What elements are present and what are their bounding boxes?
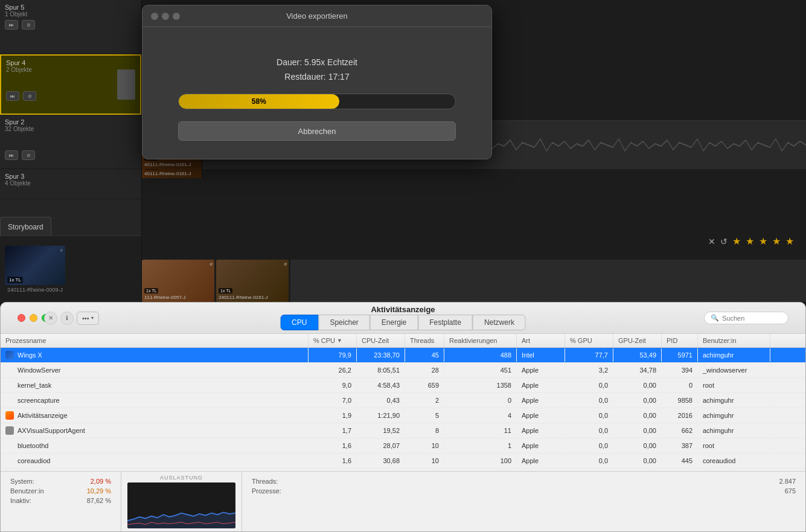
cell-threads: 28 [405,364,444,377]
search-input[interactable] [722,315,782,322]
tab-netzwerk[interactable]: Netzwerk [473,315,526,330]
am-stats-left: System: 2,09 % Benutzer:in 10,29 % Inakt… [1,472,121,531]
track-spur3[interactable]: Spur 3 4 Objekte [0,169,141,199]
am-more-group: ••• ▾ [77,312,99,325]
cross-icon[interactable]: ✕ [708,237,715,246]
star-5[interactable]: ★ [785,236,794,247]
track-spur3-objects: 4 Objekte [5,180,136,187]
stat-processes-label: Prozesse: [252,487,281,495]
stat-idle-value: 87,62 % [87,497,111,504]
track-spur5-mute[interactable]: ⊘ [22,20,35,30]
cell-art: Apple [517,379,565,392]
table-row[interactable]: WindowServer 26,2 8:05,51 28 451 Apple 3… [1,363,805,378]
table-row[interactable]: AXVisualSupportAgent 1,7 19,52 8 11 Appl… [1,423,805,438]
track-spur5-skip[interactable]: ⏭ [5,20,18,30]
table-row[interactable]: bluetoothd 1,6 28,07 10 1 Apple 0,0 0,00… [1,438,805,453]
cell-cputime: 28,07 [357,439,405,452]
stat-processes: Prozesse: 675 [252,487,796,495]
am-search-box[interactable]: 🔍 [704,312,788,324]
cell-cputime: 19,52 [357,424,405,437]
col-header-cpu[interactable]: % CPU ▼ [309,334,357,347]
cell-user: achimguhr [698,409,770,422]
cell-reakt: 1358 [444,379,517,392]
table-row[interactable]: coreaudiod 1,6 30,68 10 100 Apple 0,0 0,… [1,453,805,469]
cell-name: coreaudiod [1,453,309,468]
table-row[interactable]: Wings X 79,9 23:38,70 45 488 Intel 77,7 … [1,348,805,363]
cancel-button[interactable]: Abbrechen [178,121,456,141]
track-spur4[interactable]: Spur 4 2 Objekte ⏭ ⊘ [0,54,141,115]
no-icon [5,457,14,465]
track-spur5[interactable]: Spur 5 1 Objekt ⏭ ⊘ [0,0,141,54]
cell-pid: 2016 [662,409,698,422]
col-header-gputime[interactable]: GPU-Zeit [613,334,662,347]
am-chart-area: AUSLASTUNG [121,472,242,531]
cell-cpu: 79,9 [309,348,357,362]
rotate-icon[interactable]: ↺ [720,237,728,246]
ax-icon [5,426,14,435]
track-spur2-mute[interactable]: ⊘ [22,150,35,160]
star-3[interactable]: ★ [759,236,767,247]
no-icon [5,396,14,405]
am-more-button[interactable]: ••• ▾ [77,312,99,325]
am-tl-close[interactable] [18,314,25,322]
am-nav-buttons: ✕ ℹ ••• ▾ [44,312,99,325]
cell-name: kernel_task [1,378,309,393]
cell-cputime: 8:05,51 [357,364,405,377]
dialog-tl-yellow[interactable] [162,13,169,20]
track-spur4-skip[interactable]: ⏭ [6,91,19,101]
cell-gpu: 0,0 [565,379,613,392]
preview-filename: 240111-Rheine-0009-J [5,287,65,293]
col-header-user[interactable]: Benutzer:in [698,334,770,347]
cell-cpu: 1,9 [309,409,357,422]
cell-gpu: 3,2 [565,364,613,377]
col-header-gpu[interactable]: % GPU [565,334,613,347]
tab-festplatte[interactable]: Festplatte [418,315,473,330]
process-name: kernel_task [18,382,51,389]
storyboard-tab[interactable]: Storyboard [0,217,51,236]
cell-gputime: 0,00 [613,379,662,392]
star-4[interactable]: ★ [772,236,781,247]
track-spur2[interactable]: Spur 2 32 Objekte ⏭ ⊘ [0,115,141,169]
dialog-tl-green[interactable] [173,13,180,20]
cell-reakt: 4 [444,409,517,422]
export-duration: Dauer: 5.95x Echtzeit [277,57,357,67]
cell-cputime: 4:58,43 [357,379,405,392]
tab-cpu[interactable]: CPU [280,315,318,330]
cell-cpu: 1,6 [309,439,357,452]
tracks-panel: Spur 5 1 Objekt ⏭ ⊘ Spur 4 2 Objekte ⏭ ⊘… [0,0,142,302]
cell-threads: 5 [405,409,444,422]
col-header-reakt[interactable]: Reaktivierungen [444,334,517,347]
cell-user: root [698,439,770,452]
tab-speicher[interactable]: Speicher [318,315,369,330]
process-name: Wings X [18,351,42,359]
cell-gputime: 0,00 [613,424,662,437]
track-spur5-name: Spur 5 [5,4,136,11]
stat-idle-label: Inaktiv: [10,497,31,504]
col-header-art[interactable]: Art [517,334,565,347]
col-header-pid[interactable]: PID [662,334,698,347]
track-spur4-mute[interactable]: ⊘ [23,91,36,101]
cell-threads: 45 [405,348,444,362]
star-1[interactable]: ★ [732,236,741,247]
activity-monitor: ✕ ℹ ••• ▾ Aktivitätsanzeige Alle Prozess… [0,302,806,532]
dialog-tl-red[interactable] [151,13,158,20]
table-row[interactable]: Aktivitätsanzeige 1,9 1:21,90 5 4 Apple … [1,408,805,423]
table-row[interactable]: kernel_task 9,0 4:58,43 659 1358 Apple 0… [1,378,805,393]
table-row[interactable]: screencapture 7,0 0,43 2 0 Apple 0,0 0,0… [1,393,805,408]
am-stop-button[interactable]: ✕ [44,312,57,325]
cell-pid: 5971 [662,348,698,362]
am-tl-minimize[interactable] [30,314,37,322]
am-info-button[interactable]: ℹ [60,312,74,325]
col-header-threads[interactable]: Threads [405,334,444,347]
progress-bar-fill: 58% [179,94,339,109]
col-header-cputime[interactable]: CPU-Zeit [357,334,405,347]
stat-system-label: System: [10,478,34,485]
cell-gputime: 53,49 [613,348,662,362]
col-header-name[interactable]: Prozessname [1,334,309,347]
star-2[interactable]: ★ [746,236,754,247]
cell-name: AXVisualSupportAgent [1,423,309,438]
search-icon: 🔍 [711,314,719,322]
track-spur2-skip[interactable]: ⏭ [5,150,18,160]
tab-energie[interactable]: Energie [370,315,418,330]
storyboard-label: Storyboard [8,223,43,231]
